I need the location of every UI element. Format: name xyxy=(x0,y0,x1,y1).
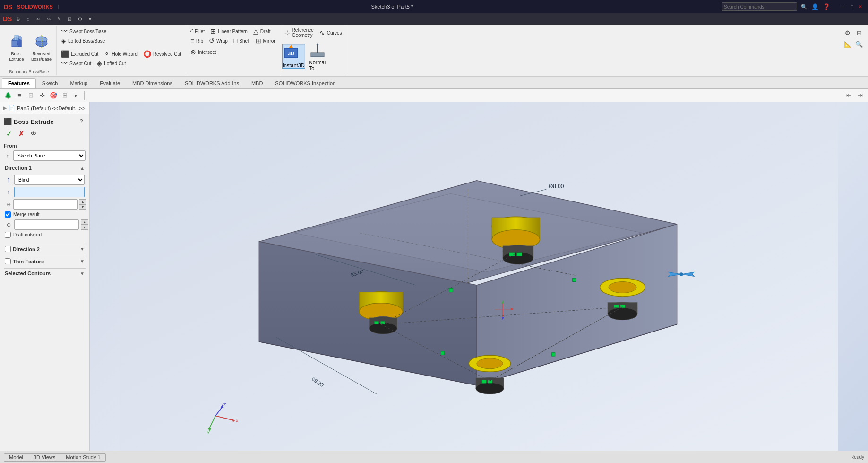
direction1-section[interactable]: Direction 1 ▲ xyxy=(4,163,86,173)
cmd-new[interactable]: ⊕ xyxy=(14,16,22,23)
hole-wizard-button[interactable]: ⚬ Hole Wizard xyxy=(102,49,139,59)
hole-wizard-icon: ⚬ xyxy=(104,50,110,58)
angle-up-button[interactable]: ▲ xyxy=(81,219,88,225)
svg-marker-5 xyxy=(16,35,17,35)
angle-down-button[interactable]: ▼ xyxy=(81,225,88,230)
tab-features[interactable]: Features xyxy=(2,78,36,88)
selected-contours-chevron: ▼ xyxy=(80,271,85,276)
search-input[interactable] xyxy=(722,2,797,11)
direction1-input[interactable] xyxy=(14,187,85,197)
ref-geometry-button[interactable]: ⊹ ReferenceGeometry xyxy=(282,26,316,39)
swept-boss-button[interactable]: 〰 Swept Boss/Base xyxy=(59,26,109,36)
tree-icon-7[interactable]: ▸ xyxy=(71,90,81,101)
selected-contours-section[interactable]: Selected Contours ▼ xyxy=(4,268,86,278)
lofted-cut-button[interactable]: ◈ Lofted Cut xyxy=(95,59,128,68)
direction2-label: Direction 2 xyxy=(13,246,40,252)
linear-pattern-icon: ⊞ xyxy=(210,27,216,35)
tab-3d-views[interactable]: 3D Views xyxy=(29,454,60,461)
curves-button[interactable]: ∿ Curves xyxy=(317,28,344,37)
revolved-boss-base-button[interactable]: RevolvedBoss/Base xyxy=(29,32,53,64)
user-icon[interactable]: 👤 xyxy=(811,3,819,10)
depth-up-button[interactable]: ▲ xyxy=(79,199,86,204)
revolved-cut-button[interactable]: ⭕ Revolved Cut xyxy=(141,49,184,59)
ok-button[interactable]: ✓ xyxy=(4,129,14,139)
direction1-type-dropdown[interactable]: Blind Through All Mid Plane xyxy=(14,175,85,185)
extruded-cut-button[interactable]: ⬛ Extruded Cut xyxy=(59,49,101,59)
merge-result-label: Merge result xyxy=(13,212,40,217)
extruded-boss-icon xyxy=(8,34,25,51)
intersect-button[interactable]: ⊗ Intersect xyxy=(188,47,218,57)
thin-feature-section[interactable]: Thin Feature ▼ xyxy=(4,256,86,266)
from-dropdown[interactable]: Sketch Plane Surface/Face/Plane Vertex O… xyxy=(13,150,86,161)
svg-point-41 xyxy=(609,282,636,293)
cmd-home[interactable]: ⌂ xyxy=(24,16,32,23)
draft-outward-checkbox[interactable] xyxy=(5,232,11,238)
status-bar: Ready xyxy=(851,454,864,460)
help-button[interactable]: ? xyxy=(77,117,86,126)
preview-button[interactable]: 👁 xyxy=(28,129,39,139)
cmd-view[interactable]: ⊡ xyxy=(65,16,74,23)
cmd-logo: DS xyxy=(3,15,12,23)
view-settings-icon[interactable]: ⚙ xyxy=(842,27,853,38)
viewport-svg: Ø8.00 85.00 69.20 X Y xyxy=(90,102,868,451)
measure-icon[interactable]: 📐 xyxy=(842,39,853,49)
normal-to-button[interactable]: NormalTo xyxy=(309,42,326,71)
expand-panel-icon[interactable]: ⇤ xyxy=(843,90,854,101)
depth-down-button[interactable]: ▼ xyxy=(79,204,86,210)
help-icon[interactable]: ❓ xyxy=(823,3,830,10)
wrap-button[interactable]: ↺ Wrap xyxy=(206,36,230,45)
view-expand-icon[interactable]: ⊞ xyxy=(854,27,864,38)
tab-mbd[interactable]: MBD xyxy=(245,78,269,88)
cancel-button[interactable]: ✗ xyxy=(16,129,26,139)
revolved-boss-icon xyxy=(33,34,50,51)
lofted-boss-button[interactable]: ◈ Lofted Boss/Base xyxy=(59,36,107,45)
swept-boss-label: Swept Boss/Base xyxy=(69,29,106,34)
minimize-button[interactable]: — xyxy=(840,3,847,10)
direction1-chevron: ▲ xyxy=(80,166,85,171)
breadcrumb-path: Part5 (Default) <<Default...>> xyxy=(17,105,85,111)
normal-to-label: NormalTo xyxy=(309,60,326,71)
cmd-tools[interactable]: ⚙ xyxy=(76,16,85,23)
direction2-checkbox[interactable] xyxy=(5,246,11,252)
tree-icon-1[interactable]: 🌲 xyxy=(3,90,13,101)
hole-wizard-label: Hole Wizard xyxy=(112,52,137,57)
cmd-back[interactable]: ↩ xyxy=(34,16,43,23)
wrap-label: Wrap xyxy=(216,38,228,44)
tab-solidworks-inspection[interactable]: SOLIDWORKS Inspection xyxy=(269,78,342,88)
tab-markup[interactable]: Markup xyxy=(64,78,94,88)
cmd-more[interactable]: ▾ xyxy=(86,16,94,23)
swept-cut-button[interactable]: 〰 Swept Cut xyxy=(59,59,94,68)
draft-button[interactable]: △ Draft xyxy=(251,26,273,36)
thin-feature-checkbox[interactable] xyxy=(5,258,11,264)
tree-icon-4[interactable]: ✛ xyxy=(37,90,47,101)
merge-result-checkbox[interactable] xyxy=(5,211,11,218)
tree-icon-5[interactable]: 🎯 xyxy=(48,90,59,101)
collapse-panel-icon[interactable]: ⇥ xyxy=(855,90,865,101)
cmd-edit[interactable]: ✎ xyxy=(55,16,63,23)
tab-model[interactable]: Model xyxy=(4,454,28,461)
depth-input[interactable]: 12.00mm xyxy=(13,199,78,210)
maximize-button[interactable]: □ xyxy=(848,3,856,10)
rib-button[interactable]: ≡ Rib xyxy=(188,36,206,45)
viewport[interactable]: Ø8.00 85.00 69.20 X Y xyxy=(90,102,868,451)
linear-pattern-button[interactable]: ⊞ Linear Pattern xyxy=(208,26,250,36)
fillet-button[interactable]: ◜ Fillet xyxy=(188,26,207,36)
tab-motion-study[interactable]: Motion Study 1 xyxy=(61,454,105,461)
tree-icon-3[interactable]: ⊡ xyxy=(26,90,36,101)
extruded-boss-base-button[interactable]: Boss-Extrude xyxy=(5,32,28,64)
tab-solidworks-addins[interactable]: SOLIDWORKS Add-Ins xyxy=(179,78,245,88)
tab-mbd-dimensions[interactable]: MBD Dimensions xyxy=(126,78,179,88)
angle-input[interactable] xyxy=(14,219,79,230)
zoom-icon[interactable]: 🔍 xyxy=(854,39,864,49)
instant3d-button[interactable]: 3D Instant3D xyxy=(282,44,305,69)
tree-icon-6[interactable]: ⊞ xyxy=(60,90,70,101)
tab-evaluate[interactable]: Evaluate xyxy=(94,78,126,88)
tab-sketch[interactable]: Sketch xyxy=(36,78,64,88)
mirror-button[interactable]: ⊞ Mirror xyxy=(253,36,278,45)
tree-icon-2[interactable]: ≡ xyxy=(14,90,25,101)
svg-rect-30 xyxy=(509,253,515,256)
cmd-forward[interactable]: ↪ xyxy=(44,16,53,23)
close-button[interactable]: ✕ xyxy=(857,3,864,10)
direction2-section[interactable]: Direction 2 ▼ xyxy=(4,244,86,254)
shell-button[interactable]: □ Shell xyxy=(231,36,252,45)
